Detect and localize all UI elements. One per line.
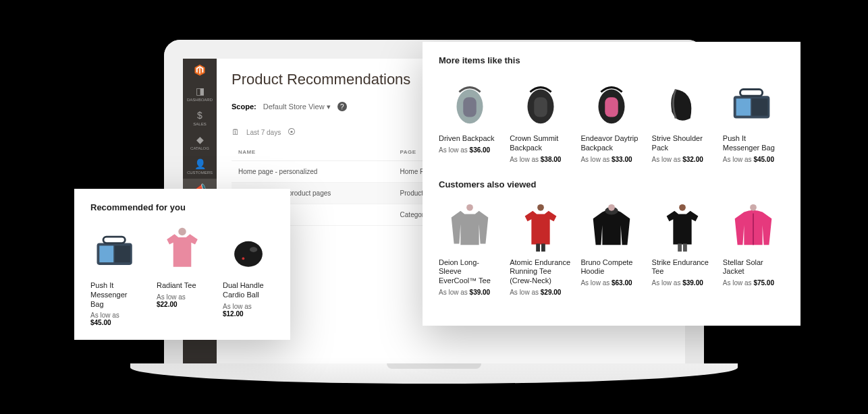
product-name: Stellar Solar Jacket — [723, 258, 784, 277]
product-image — [723, 78, 784, 130]
svg-rect-18 — [736, 98, 751, 115]
product-card[interactable]: Push It Messenger BagAs low as $45.00 — [723, 78, 784, 163]
product-name: Radiant Tee — [157, 281, 208, 291]
svg-rect-28 — [678, 243, 682, 252]
product-image — [223, 225, 274, 277]
svg-rect-4 — [99, 245, 113, 262]
card-title-2: Customers also viewed — [439, 179, 784, 189]
product-price: As low as $12.00 — [223, 303, 274, 318]
product-name: Push It Messenger Bag — [90, 281, 142, 309]
svg-rect-14 — [534, 97, 547, 117]
person-icon: 👤 — [184, 158, 215, 169]
product-price: As low as $45.00 — [90, 312, 142, 326]
sidebar-item-dashboard[interactable]: ◨DASHBOARD — [183, 82, 217, 106]
product-name: Dual Handle Cardio Ball — [223, 281, 274, 300]
help-icon[interactable]: ? — [337, 102, 347, 111]
dash-icon: ◨ — [184, 86, 215, 96]
svg-rect-24 — [541, 243, 545, 252]
product-image — [510, 202, 571, 254]
scope-select[interactable]: Default Store View ▾ — [263, 102, 331, 111]
product-price: As low as $33.00 — [580, 156, 642, 163]
laptop-base — [130, 363, 738, 384]
date-range[interactable]: Last 7 days — [246, 129, 281, 136]
product-price: As low as $63.00 — [580, 279, 642, 287]
svg-rect-6 — [103, 237, 125, 243]
product-price: As low as $45.00 — [723, 156, 784, 163]
product-image — [580, 202, 642, 254]
svg-point-27 — [679, 204, 686, 210]
product-card[interactable]: Radiant TeeAs low as $22.00 — [157, 225, 208, 326]
product-image — [510, 78, 571, 130]
product-name: Bruno Compete Hoodie — [580, 258, 642, 277]
product-name: Strive Shoulder Pack — [652, 134, 713, 153]
product-price: As low as $22.00 — [157, 293, 208, 308]
svg-point-8 — [234, 241, 263, 267]
scope-label: Scope: — [232, 102, 256, 111]
product-name: Strike Endurance Tee — [652, 258, 713, 277]
product-price: As low as $39.00 — [652, 279, 713, 287]
card-title: More items like this — [439, 55, 784, 65]
product-name: Driven Backpack — [439, 134, 500, 144]
calendar-icon[interactable]: 🗓 — [232, 127, 240, 137]
svg-rect-2 — [199, 68, 200, 73]
product-card[interactable]: Push It Messenger BagAs low as $45.00 — [90, 225, 142, 326]
sidebar-item-sales[interactable]: $SALES — [183, 106, 217, 130]
svg-rect-12 — [463, 97, 477, 117]
product-image — [580, 78, 642, 130]
product-image — [652, 202, 713, 254]
product-price: As low as $39.00 — [439, 289, 500, 296]
product-card[interactable]: Bruno Compete HoodieAs low as $63.00 — [580, 202, 642, 296]
svg-point-21 — [466, 204, 473, 210]
product-image — [157, 225, 208, 277]
product-price: As low as $32.00 — [652, 156, 713, 163]
product-card[interactable]: Driven BackpackAs low as $36.00 — [439, 78, 500, 163]
magento-logo — [183, 59, 217, 82]
product-image — [652, 78, 713, 130]
svg-point-9 — [250, 247, 257, 252]
svg-point-31 — [751, 204, 757, 210]
product-name: Endeavor Daytrip Backpack — [580, 134, 642, 153]
svg-rect-19 — [752, 98, 767, 115]
product-card[interactable]: Dual Handle Cardio BallAs low as $12.00 — [223, 225, 274, 326]
recommended-for-you-card: Recommended for you Push It Messenger Ba… — [74, 189, 290, 340]
product-card[interactable]: Atomic Endurance Running Tee (Crew-Neck)… — [510, 202, 571, 296]
card-title: Recommended for you — [90, 202, 274, 212]
product-card[interactable]: Crown Summit BackpackAs low as $38.00 — [510, 78, 571, 163]
svg-rect-16 — [605, 97, 618, 117]
product-image — [723, 202, 784, 254]
sidebar-item-customers[interactable]: 👤CUSTOMERS — [183, 154, 217, 179]
more-items-card: More items like this Driven BackpackAs l… — [423, 42, 801, 326]
product-name: Atomic Endurance Running Tee (Crew-Neck) — [510, 258, 571, 286]
svg-point-7 — [178, 228, 186, 235]
product-card[interactable]: Deion Long-Sleeve EverCool™ TeeAs low as… — [439, 202, 500, 296]
cell-name: Home page - personalized — [232, 161, 394, 183]
svg-rect-29 — [683, 243, 687, 252]
filter-icon[interactable]: ⦿ — [288, 127, 296, 137]
svg-rect-20 — [740, 90, 763, 96]
$-icon: $ — [184, 110, 215, 121]
sidebar-item-catalog[interactable]: ◆CATALOG — [183, 130, 217, 154]
product-price: As low as $38.00 — [510, 156, 571, 163]
product-name: Deion Long-Sleeve EverCool™ Tee — [439, 258, 500, 286]
product-name: Crown Summit Backpack — [510, 134, 571, 153]
col-name[interactable]: NAME — [232, 144, 394, 161]
product-card[interactable]: Strike Endurance TeeAs low as $39.00 — [652, 202, 713, 296]
product-image — [90, 225, 142, 277]
product-card[interactable]: Strive Shoulder PackAs low as $32.00 — [652, 78, 713, 163]
product-name: Push It Messenger Bag — [723, 134, 784, 153]
svg-point-10 — [242, 258, 245, 260]
svg-point-22 — [537, 204, 544, 210]
svg-rect-23 — [536, 243, 540, 252]
svg-point-26 — [608, 204, 615, 210]
svg-rect-5 — [115, 245, 130, 262]
product-price: As low as $75.00 — [723, 279, 784, 287]
product-card[interactable]: Endeavor Daytrip BackpackAs low as $33.0… — [580, 78, 642, 163]
product-image — [439, 202, 500, 254]
product-card[interactable]: Stellar Solar JacketAs low as $75.00 — [723, 202, 784, 296]
product-price: As low as $36.00 — [439, 146, 500, 154]
tag-icon: ◆ — [184, 134, 215, 145]
product-image — [439, 78, 500, 130]
product-price: As low as $29.00 — [510, 289, 571, 296]
